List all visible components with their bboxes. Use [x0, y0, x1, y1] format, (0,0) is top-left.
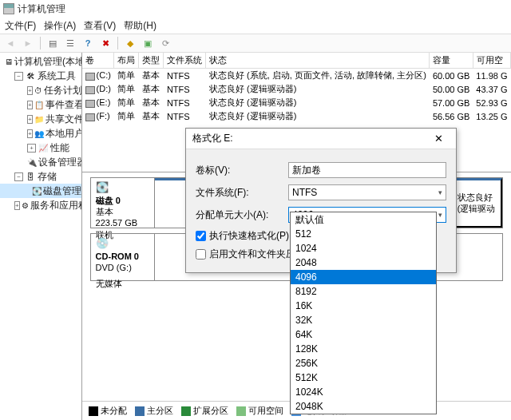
- menu-help[interactable]: 帮助(H): [124, 19, 156, 33]
- filesystem-label: 文件系统(F):: [196, 186, 288, 200]
- help-icon[interactable]: ?: [81, 36, 95, 50]
- share-icon: 📁: [34, 113, 44, 125]
- tree-services[interactable]: +⚙服务和应用程序: [0, 198, 81, 212]
- expand-icon[interactable]: +: [27, 86, 33, 95]
- dialog-title-bar[interactable]: 格式化 E: ✕: [186, 129, 456, 149]
- col-type[interactable]: 类型: [139, 53, 164, 69]
- format-dialog: 格式化 E: ✕ 卷标(V): 文件系统(F): NTFS ▾ 分配单元大小(A…: [185, 128, 457, 273]
- title-bar: 计算机管理: [0, 0, 511, 18]
- tree-localusers[interactable]: +👥本地用户和组: [0, 126, 81, 141]
- collapse-icon[interactable]: −: [14, 172, 23, 181]
- tree-diskmgmt[interactable]: 💽磁盘管理: [0, 184, 81, 198]
- alloc-option[interactable]: 256K: [291, 356, 436, 370]
- close-icon[interactable]: ✕: [427, 131, 450, 147]
- table-row[interactable]: (E:)简单基本NTFS状态良好 (逻辑驱动器)57.00 GB52.93 G: [82, 96, 511, 109]
- tree-root[interactable]: 🖥计算机管理(本地): [0, 54, 81, 69]
- nav-tree: 🖥计算机管理(本地) −🛠系统工具 +⏱任务计划程序 +📋事件查看器 +📁共享文…: [0, 53, 82, 420]
- chevron-down-icon: ▾: [438, 211, 442, 219]
- chevron-down-icon: ▾: [438, 188, 442, 196]
- window-title: 计算机管理: [18, 2, 65, 16]
- volume-label-label: 卷标(V):: [196, 164, 288, 177]
- alloc-size-label: 分配单元大小(A):: [196, 208, 288, 222]
- col-capacity[interactable]: 容量: [430, 53, 473, 69]
- table-row[interactable]: (D:)简单基本NTFS状态良好 (逻辑驱动器)50.00 GB43.37 G: [82, 82, 511, 96]
- disk-0-header[interactable]: 💽 磁盘 0 基本 223.57 GB 联机: [90, 177, 154, 228]
- col-fs[interactable]: 文件系统: [164, 53, 206, 69]
- action2-icon[interactable]: ▣: [141, 36, 155, 50]
- col-status[interactable]: 状态: [206, 53, 430, 69]
- alloc-option[interactable]: 8192: [291, 284, 436, 299]
- toolbar: ◄ ► ▤ ☰ ? ✖ ◆ ▣ ⟳: [0, 34, 511, 53]
- properties-icon[interactable]: ☰: [63, 36, 77, 50]
- col-free[interactable]: 可用空: [473, 53, 510, 69]
- dialog-title: 格式化 E:: [192, 132, 233, 145]
- device-icon: 🔌: [27, 157, 37, 168]
- alloc-size-dropdown: 默认值512102420484096819216K32K64K128K256K5…: [290, 212, 437, 414]
- alloc-option[interactable]: 64K: [291, 327, 436, 342]
- table-row[interactable]: (F:)简单基本NTFS状态良好 (逻辑驱动器)56.56 GB13.25 G: [82, 109, 511, 123]
- collapse-icon[interactable]: −: [14, 72, 23, 81]
- log-icon: 📋: [34, 99, 44, 110]
- menu-view[interactable]: 查看(V): [84, 19, 116, 33]
- tree-performance[interactable]: +📈性能: [0, 141, 81, 155]
- expand-icon[interactable]: +: [14, 201, 20, 210]
- back-icon: ◄: [3, 36, 18, 50]
- expand-icon[interactable]: +: [27, 129, 33, 138]
- users-icon: 👥: [34, 128, 44, 139]
- computer-icon: 🖥: [5, 56, 13, 67]
- menu-bar: 文件(F) 操作(A) 查看(V) 帮助(H): [0, 18, 511, 34]
- filesystem-select[interactable]: NTFS ▾: [288, 184, 446, 200]
- menu-action[interactable]: 操作(A): [44, 19, 76, 33]
- tree-systools[interactable]: −🛠系统工具: [0, 69, 81, 83]
- tools-icon: 🛠: [25, 70, 36, 81]
- expand-icon[interactable]: +: [27, 101, 33, 109]
- cdrom-header[interactable]: 💿 CD-ROM 0 DVD (G:) 无媒体: [90, 233, 154, 281]
- clock-icon: ⏱: [34, 85, 42, 96]
- alloc-option[interactable]: 1024: [291, 241, 436, 256]
- alloc-option[interactable]: 32K: [291, 313, 436, 327]
- refresh-icon[interactable]: ⟳: [158, 36, 172, 50]
- expand-icon[interactable]: +: [27, 115, 33, 124]
- delete-icon[interactable]: ✖: [98, 36, 113, 50]
- tree-sharedfolders[interactable]: +📁共享文件夹: [0, 112, 81, 126]
- tree-toggle-icon[interactable]: ▤: [46, 36, 60, 50]
- alloc-option[interactable]: 2048: [291, 256, 436, 270]
- separator: [40, 37, 41, 50]
- tree-storage[interactable]: −🗄存储: [0, 169, 81, 184]
- volume-label-input[interactable]: [288, 162, 446, 178]
- storage-icon: 🗄: [25, 171, 36, 182]
- table-row[interactable]: (C:)简单基本NTFS状态良好 (系统, 启动, 页面文件, 活动, 故障转储…: [82, 69, 511, 83]
- app-icon: [3, 3, 14, 14]
- perf-icon: 📈: [38, 142, 49, 153]
- disk-icon: 💽: [32, 185, 42, 196]
- alloc-option[interactable]: 1024K: [291, 385, 436, 399]
- alloc-option[interactable]: 2048K: [291, 399, 436, 414]
- alloc-option[interactable]: 4096: [291, 270, 436, 284]
- action-icon[interactable]: ◆: [123, 36, 137, 50]
- separator: [117, 37, 118, 50]
- tree-devmgr[interactable]: 🔌设备管理器: [0, 155, 81, 169]
- forward-icon: ►: [21, 36, 35, 50]
- expand-icon[interactable]: +: [27, 144, 36, 153]
- alloc-option[interactable]: 512: [291, 227, 436, 241]
- tree-scheduler[interactable]: +⏱任务计划程序: [0, 83, 81, 97]
- col-volume[interactable]: 卷: [82, 53, 114, 69]
- col-layout[interactable]: 布局: [114, 53, 139, 69]
- alloc-option[interactable]: 512K: [291, 370, 436, 385]
- menu-file[interactable]: 文件(F): [5, 19, 36, 33]
- alloc-option[interactable]: 16K: [291, 299, 436, 313]
- alloc-option[interactable]: 默认值: [291, 212, 436, 227]
- alloc-option[interactable]: 128K: [291, 342, 436, 356]
- tree-eventviewer[interactable]: +📋事件查看器: [0, 97, 81, 112]
- services-icon: ⚙: [22, 200, 29, 211]
